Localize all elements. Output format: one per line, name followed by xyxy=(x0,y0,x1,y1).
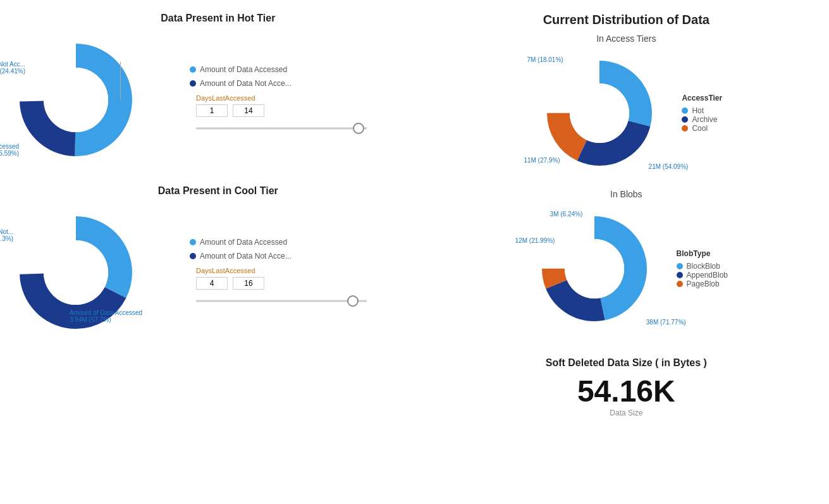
hot-accessed-dot xyxy=(190,66,196,73)
svg-point-9 xyxy=(570,83,629,143)
hot-accessed-label: Amount of Data Accessed16M (75.59%) xyxy=(0,143,19,157)
cool-slider-thumb[interactable] xyxy=(347,295,359,307)
soft-deleted-value: 54.16K xyxy=(430,374,823,409)
cool-tier-title: Data Present in Cool Tier xyxy=(6,185,430,197)
hot-slider-track-container[interactable] xyxy=(196,122,367,135)
blobs-page-legend: PageBlob xyxy=(677,280,728,288)
hot-slider-track xyxy=(196,128,367,130)
access-hot-dot xyxy=(682,108,688,114)
access-cool-dot xyxy=(682,125,688,132)
access-cool-legend-label: Cool xyxy=(692,124,708,133)
access-tiers-donut: 7M (18.01%) . 11M (27.9%) 21M (54.09%) xyxy=(530,50,669,176)
access-hot-legend-label: Hot xyxy=(692,106,704,115)
blobs-legend-title: BlobType xyxy=(677,249,728,258)
hot-slider-min-input[interactable] xyxy=(196,104,228,117)
hot-tier-slider-section: DaysLastAccessed xyxy=(196,94,367,135)
svg-point-5 xyxy=(44,240,108,305)
blobs-legend: BlobType BlockBlob AppendBlob PageBlob xyxy=(677,249,728,288)
access-tiers-legend: AccessTier Hot Archive Cool xyxy=(682,94,722,133)
cool-slider-track xyxy=(196,300,367,302)
hot-accessed-legend-label: Amount of Data Accessed xyxy=(200,65,287,74)
cool-accessed-legend-label: Amount of Data Accessed xyxy=(200,238,287,247)
soft-deleted-title: Soft Deleted Data Size ( in Bytes ) xyxy=(430,357,823,369)
cool-legend-not-accessed: Amount of Data Not Acce... xyxy=(190,252,367,261)
soft-deleted-sub: Data Size xyxy=(430,409,823,417)
cool-slider-track-container[interactable] xyxy=(196,295,367,307)
right-panel: Current Distribution of Data In Access T… xyxy=(430,13,823,417)
blobs-page-dot xyxy=(677,281,683,287)
cool-accessed-label: Amount of Data Accessed3.94M (57.7%) xyxy=(70,309,142,323)
blobs-append-legend: AppendBlob xyxy=(677,271,728,280)
hot-tier-legend: Amount of Data Accessed Amount of Data N… xyxy=(190,65,367,88)
hot-legend-not-accessed: Amount of Data Not Acce... xyxy=(190,79,367,88)
right-title: Current Distribution of Data xyxy=(430,13,823,27)
cool-tier-controls: Amount of Data Accessed Amount of Data N… xyxy=(177,238,367,307)
blobs-block-legend: BlockBlob xyxy=(677,262,728,271)
hot-tier-title: Data Present in Hot Tier xyxy=(6,13,430,24)
cool-accessed-dot xyxy=(190,239,196,245)
blobs-append-dot xyxy=(677,272,683,278)
cool-tier-legend: Amount of Data Accessed Amount of Data N… xyxy=(190,238,367,261)
left-panel: Data Present in Hot Tier Amount of Data … xyxy=(6,13,430,417)
cool-not-accessed-label: Amount of Data Not...2.89M (42.3%) xyxy=(0,228,13,242)
hot-legend-accessed: Amount of Data Accessed xyxy=(190,65,367,74)
cool-slider-label: DaysLastAccessed xyxy=(196,267,367,274)
blobs-append-label: 12M (21.99%) xyxy=(515,237,555,244)
cool-not-accessed-dot xyxy=(190,253,196,259)
access-archive-dot xyxy=(682,116,688,123)
hot-slider-inputs xyxy=(196,104,367,117)
blobs-donut: 3M (6.24%) 12M (21.99%) 38M (71.77%) xyxy=(525,206,664,332)
cool-legend-accessed: Amount of Data Accessed xyxy=(190,238,367,247)
hot-not-accessed-dot xyxy=(190,80,196,87)
access-legend-title: AccessTier xyxy=(682,94,722,102)
access-tiers-block: In Access Tiers 7M (18.01%) . xyxy=(430,34,823,183)
access-archive-legend-label: Archive xyxy=(692,115,717,124)
hot-slider-label: DaysLastAccessed xyxy=(196,94,367,102)
cool-tier-slider-section: DaysLastAccessed xyxy=(196,267,367,307)
access-archive-label: 11M (27.9%) xyxy=(524,157,560,164)
hot-tier-controls: Amount of Data Accessed Amount of Data N… xyxy=(177,65,367,135)
blobs-block: In Blobs 3M (6.24%) 12M (21.99%) xyxy=(430,189,823,338)
blobs-block-label: 38M (71.77%) xyxy=(646,319,686,326)
cool-slider-max-input[interactable] xyxy=(233,277,264,290)
hot-tier-chart-section: Amount of Data Not Acc...5M (24.41%) Amo… xyxy=(6,30,430,169)
access-archive-legend: Archive xyxy=(682,115,722,124)
hot-not-accessed-legend-label: Amount of Data Not Acce... xyxy=(200,79,292,88)
blobs-block-label-text: BlockBlob xyxy=(687,262,720,271)
hot-tier-section: Data Present in Hot Tier Amount of Data … xyxy=(6,13,430,169)
cool-tier-donut: Amount of Data Not...2.89M (42.3%) Amoun… xyxy=(6,203,145,342)
cool-tier-chart-section: Amount of Data Not...2.89M (42.3%) Amoun… xyxy=(6,203,430,342)
access-tiers-chart: 7M (18.01%) . 11M (27.9%) 21M (54.09%) A… xyxy=(430,50,823,176)
access-cool-label: 7M (18.01%) xyxy=(527,56,563,63)
svg-point-13 xyxy=(565,239,624,298)
svg-point-2 xyxy=(44,68,108,132)
blobs-title: In Blobs xyxy=(430,189,823,199)
access-tiers-title: In Access Tiers xyxy=(430,34,823,44)
cool-not-accessed-legend-label: Amount of Data Not Acce... xyxy=(200,252,292,261)
blobs-chart: 3M (6.24%) 12M (21.99%) 38M (71.77%) Blo… xyxy=(430,206,823,332)
cool-slider-inputs xyxy=(196,277,367,290)
hot-tier-donut: Amount of Data Not Acc...5M (24.41%) Amo… xyxy=(6,30,145,169)
blobs-page-label: 3M (6.24%) xyxy=(550,211,583,218)
access-hot-label: 21M (54.09%) xyxy=(649,163,689,170)
cool-slider-min-input[interactable] xyxy=(196,277,228,290)
hot-not-accessed-label: Amount of Data Not Acc...5M (24.41%) xyxy=(0,61,25,75)
access-cool-legend: Cool xyxy=(682,124,722,133)
blobs-append-label-text: AppendBlob xyxy=(687,271,728,280)
hot-slider-max-input[interactable] xyxy=(233,104,264,117)
cool-tier-section: Data Present in Cool Tier Amount of Data… xyxy=(6,185,430,342)
blobs-page-label-text: PageBlob xyxy=(687,280,720,288)
access-hot-legend: Hot xyxy=(682,106,722,115)
blobs-block-dot xyxy=(677,263,683,269)
soft-deleted-section: Soft Deleted Data Size ( in Bytes ) 54.1… xyxy=(430,357,823,417)
hot-slider-thumb[interactable] xyxy=(353,123,364,134)
